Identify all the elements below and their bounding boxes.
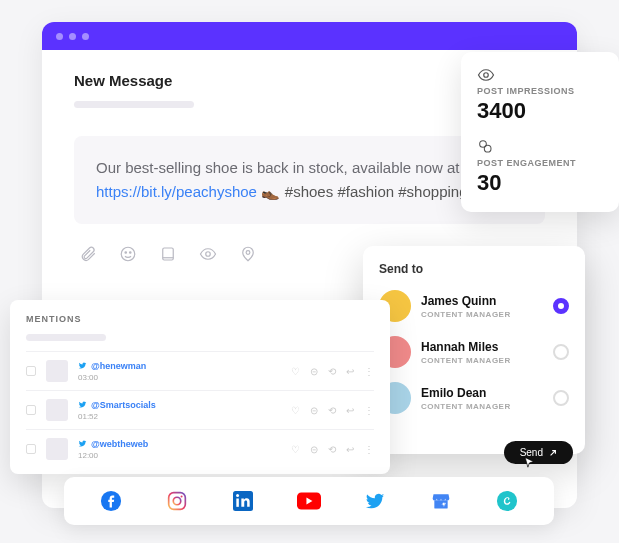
svg-point-12 — [173, 497, 181, 505]
comment-icon[interactable]: ⊝ — [310, 366, 318, 377]
more-icon[interactable]: ⋮ — [364, 405, 374, 416]
avatar — [46, 360, 68, 382]
svg-point-0 — [121, 247, 135, 261]
mention-checkbox[interactable] — [26, 444, 36, 454]
window-dot[interactable] — [56, 33, 63, 40]
window-dot[interactable] — [82, 33, 89, 40]
twitter-icon[interactable] — [363, 489, 387, 513]
skeleton — [26, 334, 106, 341]
message-text: Our best-selling shoe is back in stock, … — [96, 159, 460, 176]
svg-point-6 — [246, 251, 250, 255]
titlebar — [42, 22, 577, 50]
mention-time: 03:00 — [78, 373, 281, 382]
attach-icon[interactable] — [78, 244, 98, 264]
reply-icon[interactable]: ↩ — [346, 366, 354, 377]
comment-icon[interactable]: ⊝ — [310, 405, 318, 416]
person-radio[interactable] — [553, 390, 569, 406]
send-panel: Send to James QuinnCONTENT MANAGERHannah… — [363, 246, 585, 454]
impressions-label: POST IMPRESSIONS — [477, 86, 603, 96]
send-button[interactable]: Send — [504, 441, 573, 464]
person-role: CONTENT MANAGER — [421, 356, 543, 365]
avatar — [46, 399, 68, 421]
mention-time: 12:00 — [78, 451, 281, 460]
more-icon[interactable]: ⋮ — [364, 366, 374, 377]
facebook-icon[interactable] — [99, 489, 123, 513]
engagement-label: POST ENGAGEMENT — [477, 158, 603, 168]
mentions-panel: MENTIONS @henewman03:00♡⊝⟲↩⋮@Smartsocial… — [10, 300, 390, 474]
svg-point-1 — [125, 252, 127, 254]
canva-icon[interactable] — [495, 489, 519, 513]
mentions-title: MENTIONS — [26, 314, 374, 324]
person-radio[interactable] — [553, 298, 569, 314]
like-icon[interactable]: ♡ — [291, 444, 300, 455]
person-row[interactable]: Emilo DeanCONTENT MANAGER — [379, 382, 569, 414]
person-row[interactable]: James QuinnCONTENT MANAGER — [379, 290, 569, 322]
mention-handle[interactable]: @webtheweb — [78, 439, 281, 449]
stats-card: POST IMPRESSIONS 3400 POST ENGAGEMENT 30 — [461, 52, 619, 212]
message-hashtags: #shoes #fashion #shopping — [285, 183, 468, 200]
retweet-icon[interactable]: ⟲ — [328, 366, 336, 377]
svg-point-7 — [484, 73, 489, 78]
engagement-icon — [477, 138, 603, 154]
mention-row[interactable]: @webtheweb12:00♡⊝⟲↩⋮ — [26, 429, 374, 468]
engagement-value: 30 — [477, 170, 603, 196]
svg-point-9 — [484, 145, 491, 152]
social-bar — [64, 477, 554, 525]
mention-row[interactable]: @henewman03:00♡⊝⟲↩⋮ — [26, 351, 374, 390]
impressions-icon — [477, 68, 603, 82]
youtube-icon[interactable] — [297, 489, 321, 513]
svg-point-13 — [181, 495, 183, 497]
google-business-icon[interactable] — [429, 489, 453, 513]
svg-rect-11 — [169, 493, 186, 510]
person-row[interactable]: Hannah MilesCONTENT MANAGER — [379, 336, 569, 368]
person-role: CONTENT MANAGER — [421, 402, 543, 411]
retweet-icon[interactable]: ⟲ — [328, 444, 336, 455]
svg-point-16 — [236, 494, 239, 497]
retweet-icon[interactable]: ⟲ — [328, 405, 336, 416]
reply-icon[interactable]: ↩ — [346, 405, 354, 416]
mention-handle[interactable]: @Smartsocials — [78, 400, 281, 410]
media-icon[interactable] — [158, 244, 178, 264]
mention-handle[interactable]: @henewman — [78, 361, 281, 371]
svg-point-2 — [130, 252, 132, 254]
linkedin-icon[interactable] — [231, 489, 255, 513]
person-radio[interactable] — [553, 344, 569, 360]
emoji-icon[interactable] — [118, 244, 138, 264]
mention-checkbox[interactable] — [26, 405, 36, 415]
comment-icon[interactable]: ⊝ — [310, 444, 318, 455]
skeleton — [74, 101, 194, 108]
instagram-icon[interactable] — [165, 489, 189, 513]
person-role: CONTENT MANAGER — [421, 310, 543, 319]
avatar — [46, 438, 68, 460]
more-icon[interactable]: ⋮ — [364, 444, 374, 455]
svg-point-20 — [497, 491, 517, 511]
svg-rect-15 — [236, 499, 239, 507]
impressions-value: 3400 — [477, 98, 603, 124]
message-emoji: 👞 — [261, 183, 280, 200]
person-name: Hannah Miles — [421, 340, 543, 354]
send-title: Send to — [379, 262, 569, 276]
window-dot[interactable] — [69, 33, 76, 40]
like-icon[interactable]: ♡ — [291, 405, 300, 416]
mention-time: 01:52 — [78, 412, 281, 421]
svg-point-5 — [206, 252, 211, 257]
person-name: James Quinn — [421, 294, 543, 308]
visibility-icon[interactable] — [198, 244, 218, 264]
mention-checkbox[interactable] — [26, 366, 36, 376]
reply-icon[interactable]: ↩ — [346, 444, 354, 455]
person-name: Emilo Dean — [421, 386, 543, 400]
message-link[interactable]: https://bit.ly/peachyshoe — [96, 183, 257, 200]
send-button-label: Send — [520, 447, 543, 458]
mention-row[interactable]: @Smartsocials01:52♡⊝⟲↩⋮ — [26, 390, 374, 429]
like-icon[interactable]: ♡ — [291, 366, 300, 377]
location-icon[interactable] — [238, 244, 258, 264]
